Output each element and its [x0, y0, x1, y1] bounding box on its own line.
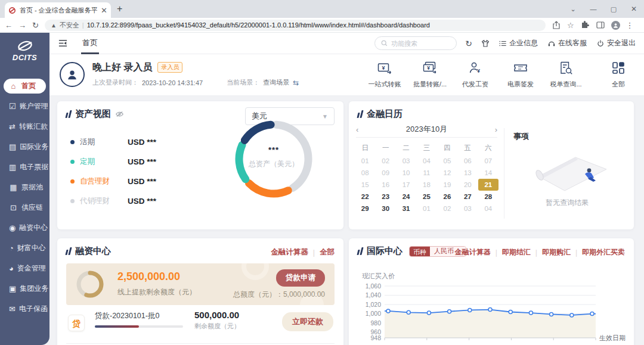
topbar-企业信息[interactable]: 企业信息	[499, 38, 538, 48]
quick-action-代发工资[interactable]: ¥代发工资	[458, 60, 493, 89]
calendar-date[interactable]: 15	[355, 179, 375, 191]
quick-action-批量转账/...[interactable]: ¥批量转账/...	[413, 60, 447, 89]
calendar-date[interactable]: 24	[396, 191, 416, 203]
calendar-date[interactable]: 03	[457, 203, 478, 215]
calendar-date[interactable]: 10	[396, 167, 416, 179]
intl-link-即期外汇买卖[interactable]: 即期外汇买卖	[582, 247, 625, 257]
sidebar-item-融资中心[interactable]: ◉融资中心	[4, 220, 46, 235]
calendar-date[interactable]: 21	[478, 179, 499, 191]
window-minimize-icon[interactable]: —	[583, 5, 603, 13]
calendar-date[interactable]: 25	[416, 191, 436, 203]
calendar-date[interactable]: 23	[375, 191, 395, 203]
search-input[interactable]	[391, 40, 445, 47]
reload-icon[interactable]: ↻	[32, 21, 39, 30]
repay-now-button[interactable]: 立即还款	[282, 312, 333, 331]
address-bar[interactable]: ▲ 不安全 | 10.7.19.22:8999/fpaas_bucket/941…	[45, 20, 546, 31]
sidebar-item-转账汇款[interactable]: ⇄转账汇款	[4, 119, 46, 134]
calendar-date[interactable]: 20	[457, 179, 478, 191]
sidebar-item-国际业务[interactable]: ▤国际业务	[4, 139, 46, 154]
new-tab-button[interactable]: +	[117, 4, 122, 14]
legend-row: 定期USD ***	[70, 152, 156, 172]
calendar-date[interactable]: 01	[416, 203, 436, 215]
sidebar-item-电子保函[interactable]: ✉电子保函	[4, 302, 46, 316]
calendar-date[interactable]: 04	[478, 203, 499, 215]
calendar-date[interactable]: 04	[416, 155, 436, 167]
calendar-date[interactable]: 26	[437, 191, 457, 203]
calendar-date[interactable]: 30	[375, 203, 395, 215]
back-icon[interactable]: ←	[5, 21, 13, 30]
quick-action-全部[interactable]: 全部	[601, 60, 636, 89]
intl-link-即期购汇[interactable]: 即期购汇	[542, 247, 571, 257]
calendar-date[interactable]: 01	[355, 155, 375, 167]
calendar-date[interactable]: 03	[396, 155, 416, 167]
topbar-安全退出[interactable]: 安全退出	[596, 38, 636, 48]
profile-avatar[interactable]	[611, 21, 620, 30]
legend-value: USD ***	[128, 177, 156, 186]
extensions-icon[interactable]	[580, 20, 590, 30]
chevron-down-icon: ▼	[322, 113, 328, 120]
tab-home[interactable]: 首页	[81, 33, 99, 54]
calendar-date[interactable]: 09	[375, 167, 395, 179]
share-icon[interactable]	[552, 20, 561, 30]
calendar-date[interactable]: 31	[396, 203, 416, 215]
intl-link-即期结汇[interactable]: 即期结汇	[502, 247, 531, 257]
calendar-date[interactable]: 27	[457, 191, 478, 203]
sidebar-item-账户管理[interactable]: ☑账户管理	[4, 99, 46, 114]
scene-switch-icon[interactable]: ⇆	[293, 79, 299, 87]
calendar-date[interactable]: 28	[478, 191, 499, 203]
refresh-icon[interactable]: ↻	[465, 39, 472, 48]
sidebar-item-首页[interactable]: ⌂首页	[4, 79, 46, 94]
quick-action-label: 电票签发	[503, 80, 538, 89]
tab-search-icon[interactable]: ⌄	[563, 5, 583, 13]
calendar-date[interactable]: 29	[355, 203, 375, 215]
sidebar-item-资金管理[interactable]: ◕资金管理	[4, 261, 46, 276]
side-panel-icon[interactable]	[596, 20, 605, 30]
calendar-date[interactable]: 16	[375, 179, 395, 191]
calendar-date[interactable]: 06	[457, 155, 478, 167]
window-close-icon[interactable]: ✕	[624, 5, 644, 13]
bookmark-star-icon[interactable]: ☆	[567, 21, 574, 30]
user-avatar	[60, 62, 85, 87]
quick-action-一站式转账[interactable]: ¥一站式转账	[367, 60, 402, 89]
calendar-prev-icon[interactable]: ‹	[356, 125, 368, 134]
calendar-date[interactable]: 07	[478, 155, 499, 167]
eye-off-icon[interactable]	[115, 110, 124, 119]
card-title-marker	[357, 110, 363, 118]
supplychain-icon: ⊡	[9, 203, 18, 212]
financing-link-金融计算器[interactable]: 金融计算器	[271, 247, 308, 257]
collapse-menu-icon[interactable]	[58, 38, 68, 48]
quick-action-电票签发[interactable]: 电票签发	[503, 60, 538, 89]
intl-link-金融计算器[interactable]: 金融计算器	[455, 247, 491, 257]
window-maximize-icon[interactable]: ▢	[603, 5, 624, 13]
calendar-date[interactable]: 18	[416, 179, 436, 191]
quick-action-税单查询...[interactable]: 税单查询...	[549, 60, 583, 89]
sidebar-item-供应链[interactable]: ⊡供应链	[4, 200, 46, 215]
calendar-next-icon[interactable]: ›	[485, 125, 497, 134]
calendar-date[interactable]: 19	[437, 179, 457, 191]
forward-icon[interactable]: →	[18, 21, 26, 30]
account-icon: ☑	[9, 102, 16, 111]
sidebar-item-财富中心[interactable]: ◔财富中心	[4, 241, 46, 256]
tax-query-icon	[549, 60, 583, 78]
function-search[interactable]	[374, 36, 457, 50]
calendar-date[interactable]: 12	[437, 167, 457, 179]
theme-skin-icon[interactable]	[481, 39, 490, 48]
calendar-date[interactable]: 22	[355, 191, 375, 203]
calendar-date[interactable]: 14	[478, 167, 499, 179]
calendar-date[interactable]: 02	[437, 203, 457, 215]
browser-tab[interactable]: 首页 - 企业综合金融服务平台 ✕	[5, 2, 111, 18]
financing-link-全部[interactable]: 全部	[320, 247, 335, 257]
sidebar-item-集团业务[interactable]: ▣集团业务	[4, 281, 46, 296]
browser-menu-icon[interactable]: ⋮	[626, 21, 634, 30]
calendar-date[interactable]: 13	[457, 167, 478, 179]
topbar-在线客服[interactable]: 在线客服	[547, 38, 587, 48]
loan-apply-button[interactable]: 贷款申请	[276, 269, 325, 287]
tab-close-icon[interactable]: ✕	[101, 6, 107, 15]
calendar-date[interactable]: 05	[437, 155, 457, 167]
sidebar-item-票据池[interactable]: ▦票据池	[4, 180, 46, 195]
calendar-date[interactable]: 02	[375, 155, 395, 167]
calendar-date[interactable]: 17	[396, 179, 416, 191]
sidebar-item-电子票据[interactable]: ▥电子票据	[4, 160, 46, 175]
calendar-date[interactable]: 11	[416, 167, 436, 179]
calendar-date[interactable]: 08	[355, 167, 375, 179]
